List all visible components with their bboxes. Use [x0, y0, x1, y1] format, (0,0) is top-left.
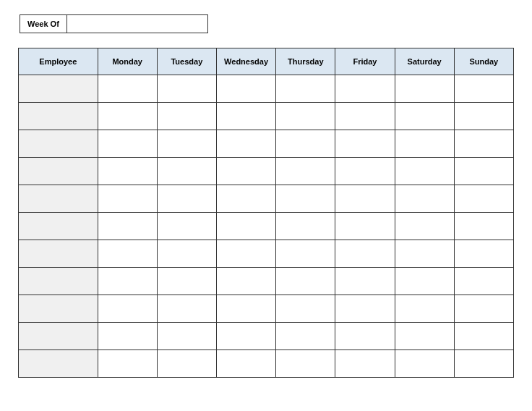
wednesday-cell[interactable] — [216, 185, 275, 213]
tuesday-cell[interactable] — [157, 350, 216, 378]
friday-cell[interactable] — [335, 350, 395, 378]
sunday-cell[interactable] — [454, 158, 513, 185]
wednesday-cell[interactable] — [216, 75, 275, 103]
sunday-cell[interactable] — [454, 213, 513, 240]
saturday-cell[interactable] — [395, 158, 454, 185]
tuesday-cell[interactable] — [157, 213, 216, 240]
employee-cell[interactable] — [19, 213, 98, 240]
friday-cell[interactable] — [335, 75, 395, 103]
wednesday-cell[interactable] — [216, 268, 275, 295]
table-row — [19, 130, 514, 158]
table-row — [19, 213, 514, 240]
header-sunday: Sunday — [454, 48, 513, 75]
saturday-cell[interactable] — [395, 323, 454, 350]
saturday-cell[interactable] — [395, 185, 454, 213]
thursday-cell[interactable] — [276, 185, 335, 213]
friday-cell[interactable] — [335, 158, 395, 185]
wednesday-cell[interactable] — [216, 213, 275, 240]
sunday-cell[interactable] — [454, 185, 513, 213]
employee-cell[interactable] — [19, 323, 98, 350]
thursday-cell[interactable] — [276, 75, 335, 103]
employee-cell[interactable] — [19, 240, 98, 268]
tuesday-cell[interactable] — [157, 130, 216, 158]
thursday-cell[interactable] — [276, 295, 335, 323]
table-row — [19, 323, 514, 350]
sunday-cell[interactable] — [454, 103, 513, 130]
friday-cell[interactable] — [335, 323, 395, 350]
monday-cell[interactable] — [98, 213, 157, 240]
sunday-cell[interactable] — [454, 240, 513, 268]
wednesday-cell[interactable] — [216, 240, 275, 268]
monday-cell[interactable] — [98, 130, 157, 158]
week-of-input[interactable] — [67, 14, 208, 33]
friday-cell[interactable] — [335, 268, 395, 295]
tuesday-cell[interactable] — [157, 75, 216, 103]
thursday-cell[interactable] — [276, 103, 335, 130]
monday-cell[interactable] — [98, 350, 157, 378]
friday-cell[interactable] — [335, 103, 395, 130]
thursday-cell[interactable] — [276, 158, 335, 185]
saturday-cell[interactable] — [395, 350, 454, 378]
tuesday-cell[interactable] — [157, 268, 216, 295]
header-monday: Monday — [98, 48, 157, 75]
monday-cell[interactable] — [98, 103, 157, 130]
wednesday-cell[interactable] — [216, 350, 275, 378]
monday-cell[interactable] — [98, 240, 157, 268]
monday-cell[interactable] — [98, 158, 157, 185]
friday-cell[interactable] — [335, 130, 395, 158]
friday-cell[interactable] — [335, 295, 395, 323]
thursday-cell[interactable] — [276, 213, 335, 240]
saturday-cell[interactable] — [395, 130, 454, 158]
friday-cell[interactable] — [335, 213, 395, 240]
employee-cell[interactable] — [19, 185, 98, 213]
friday-cell[interactable] — [335, 240, 395, 268]
saturday-cell[interactable] — [395, 103, 454, 130]
tuesday-cell[interactable] — [157, 323, 216, 350]
tuesday-cell[interactable] — [157, 240, 216, 268]
monday-cell[interactable] — [98, 185, 157, 213]
employee-cell[interactable] — [19, 268, 98, 295]
saturday-cell[interactable] — [395, 213, 454, 240]
header-row: Employee Monday Tuesday Wednesday Thursd… — [19, 48, 514, 75]
saturday-cell[interactable] — [395, 75, 454, 103]
header-friday: Friday — [335, 48, 395, 75]
sunday-cell[interactable] — [454, 130, 513, 158]
wednesday-cell[interactable] — [216, 295, 275, 323]
header-thursday: Thursday — [276, 48, 335, 75]
employee-cell[interactable] — [19, 295, 98, 323]
table-row — [19, 350, 514, 378]
thursday-cell[interactable] — [276, 240, 335, 268]
saturday-cell[interactable] — [395, 240, 454, 268]
wednesday-cell[interactable] — [216, 158, 275, 185]
thursday-cell[interactable] — [276, 130, 335, 158]
tuesday-cell[interactable] — [157, 158, 216, 185]
sunday-cell[interactable] — [454, 350, 513, 378]
schedule-table: Employee Monday Tuesday Wednesday Thursd… — [18, 48, 514, 378]
employee-cell[interactable] — [19, 75, 98, 103]
saturday-cell[interactable] — [395, 295, 454, 323]
monday-cell[interactable] — [98, 323, 157, 350]
sunday-cell[interactable] — [454, 295, 513, 323]
monday-cell[interactable] — [98, 75, 157, 103]
friday-cell[interactable] — [335, 185, 395, 213]
employee-cell[interactable] — [19, 158, 98, 185]
monday-cell[interactable] — [98, 295, 157, 323]
tuesday-cell[interactable] — [157, 295, 216, 323]
wednesday-cell[interactable] — [216, 323, 275, 350]
employee-cell[interactable] — [19, 350, 98, 378]
sunday-cell[interactable] — [454, 75, 513, 103]
sunday-cell[interactable] — [454, 323, 513, 350]
thursday-cell[interactable] — [276, 268, 335, 295]
thursday-cell[interactable] — [276, 350, 335, 378]
saturday-cell[interactable] — [395, 268, 454, 295]
wednesday-cell[interactable] — [216, 130, 275, 158]
employee-cell[interactable] — [19, 103, 98, 130]
table-row — [19, 240, 514, 268]
wednesday-cell[interactable] — [216, 103, 275, 130]
tuesday-cell[interactable] — [157, 185, 216, 213]
tuesday-cell[interactable] — [157, 103, 216, 130]
thursday-cell[interactable] — [276, 323, 335, 350]
monday-cell[interactable] — [98, 268, 157, 295]
sunday-cell[interactable] — [454, 268, 513, 295]
employee-cell[interactable] — [19, 130, 98, 158]
